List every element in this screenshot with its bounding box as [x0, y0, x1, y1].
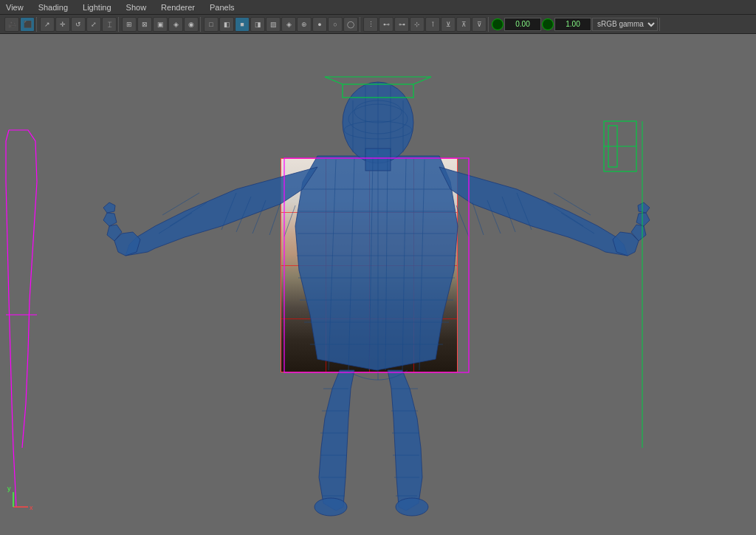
rotate-btn[interactable]: ↺ — [71, 17, 86, 32]
menu-lighting[interactable]: Lighting — [80, 1, 114, 13]
svg-line-42 — [561, 213, 594, 234]
snap3-btn[interactable]: ⊶ — [394, 17, 409, 32]
shade9-btn[interactable]: ○ — [328, 17, 343, 32]
move-btn[interactable]: ✛ — [55, 17, 70, 32]
colorspace-select[interactable]: sRGB gamma — [592, 18, 658, 31]
wireframe-btn[interactable]: ⊞ — [122, 17, 137, 32]
magenta-outline-left — [6, 130, 37, 507]
toolbar-group-transform: ↗ ✛ ↺ ⤢ ⌶ — [38, 17, 119, 32]
viewport[interactable]: x y — [0, 34, 756, 535]
svg-point-19 — [348, 104, 408, 134]
toolbar-group-snap: ⋮ ⊷ ⊶ ⊹ ⊺ ⊻ ⊼ ⊽ — [362, 17, 489, 32]
camera-top-indicator — [325, 77, 431, 98]
svg-line-28 — [236, 197, 251, 232]
menu-renderer[interactable]: Renderer — [158, 1, 198, 13]
menu-view[interactable]: View — [3, 1, 27, 13]
toolbar-group-display: ⊞ ⊠ ▣ ◈ ◉ — [120, 17, 201, 32]
svg-line-58 — [413, 77, 431, 84]
menu-panels[interactable]: Panels — [207, 1, 238, 13]
lit-btn[interactable]: ◈ — [168, 17, 183, 32]
svg-line-39 — [456, 205, 469, 236]
shade8-btn[interactable]: ● — [312, 17, 327, 32]
svg-line-35 — [517, 193, 532, 230]
svg-rect-56 — [343, 84, 413, 98]
scale-btn[interactable]: ⤢ — [86, 17, 101, 32]
svg-line-33 — [170, 202, 207, 226]
value1-input[interactable] — [504, 18, 541, 31]
snap2-btn[interactable]: ⊷ — [379, 17, 394, 32]
image-plane — [281, 158, 458, 372]
svg-line-36 — [502, 197, 515, 232]
shade10-btn[interactable]: ◯ — [343, 17, 358, 32]
value2-input[interactable] — [554, 18, 591, 31]
axis-indicator: x y — [7, 485, 33, 511]
svg-text:y: y — [7, 485, 11, 492]
green-indicator2 — [542, 18, 554, 30]
snap8-btn[interactable]: ⊽ — [472, 17, 487, 32]
shade4-btn[interactable]: ◨ — [250, 17, 265, 32]
svg-rect-60 — [604, 121, 636, 171]
svg-line-38 — [472, 202, 484, 235]
snap1-btn[interactable]: ⋮ — [363, 17, 378, 32]
shade1-btn[interactable]: □ — [204, 17, 219, 32]
svg-point-0 — [343, 82, 413, 163]
toolbar: 🎥 ⬛ ↗ ✛ ↺ ⤢ ⌶ ⊞ ⊠ ▣ ◈ ◉ □ ◧ ■ ◨ ▨ ◈ ⊕ ● … — [0, 15, 756, 34]
menu-show[interactable]: Show — [123, 1, 150, 13]
extra-btn[interactable]: ⌶ — [102, 17, 117, 32]
snap5-btn[interactable]: ⊺ — [425, 17, 440, 32]
svg-line-27 — [221, 193, 236, 230]
snap4-btn[interactable]: ⊹ — [410, 17, 425, 32]
grid-line-v3 — [413, 159, 414, 372]
svg-rect-61 — [608, 126, 617, 167]
menu-shading[interactable]: Shading — [35, 1, 71, 13]
shade5-btn[interactable]: ▨ — [266, 17, 281, 32]
svg-point-3 — [396, 498, 428, 516]
toolbar-group-camera: 🎥 ⬛ — [3, 17, 37, 32]
grid-line-v1 — [326, 159, 326, 372]
snap6-btn[interactable]: ⊻ — [441, 17, 456, 32]
render-btn[interactable]: ◉ — [184, 17, 199, 32]
toolbar-group-shading: □ ◧ ■ ◨ ▨ ◈ ⊕ ● ○ ◯ — [202, 17, 360, 32]
green-indicator — [492, 18, 504, 30]
grid-line-v2 — [369, 159, 370, 372]
svg-line-34 — [159, 213, 192, 234]
svg-point-20 — [344, 121, 412, 139]
shade7-btn[interactable]: ⊕ — [297, 17, 312, 32]
svg-line-57 — [325, 77, 343, 84]
shade2-btn[interactable]: ◧ — [219, 17, 234, 32]
textured-btn[interactable]: ▣ — [153, 17, 168, 32]
svg-text:x: x — [30, 504, 33, 511]
svg-point-2 — [315, 498, 347, 516]
door-indicator — [604, 121, 636, 171]
snap7-btn[interactable]: ⊼ — [456, 17, 471, 32]
toolbar-group-values: sRGB gamma — [490, 18, 660, 31]
image-plane-texture — [281, 159, 457, 372]
camera-btn[interactable]: 🎥 — [4, 17, 19, 32]
svg-line-40 — [554, 193, 591, 215]
svg-line-30 — [269, 202, 281, 235]
view-btn[interactable]: ⬛ — [20, 17, 35, 32]
svg-point-21 — [354, 100, 402, 123]
smooth-btn[interactable]: ⊠ — [137, 17, 152, 32]
select-btn[interactable]: ↗ — [40, 17, 55, 32]
svg-line-41 — [546, 202, 583, 226]
svg-line-32 — [162, 193, 199, 215]
shade3-btn[interactable]: ■ — [235, 17, 250, 32]
shade6-btn[interactable]: ◈ — [281, 17, 296, 32]
menu-bar: View Shading Lighting Show Renderer Pane… — [0, 0, 756, 15]
svg-line-29 — [252, 200, 266, 234]
svg-line-37 — [487, 200, 501, 234]
